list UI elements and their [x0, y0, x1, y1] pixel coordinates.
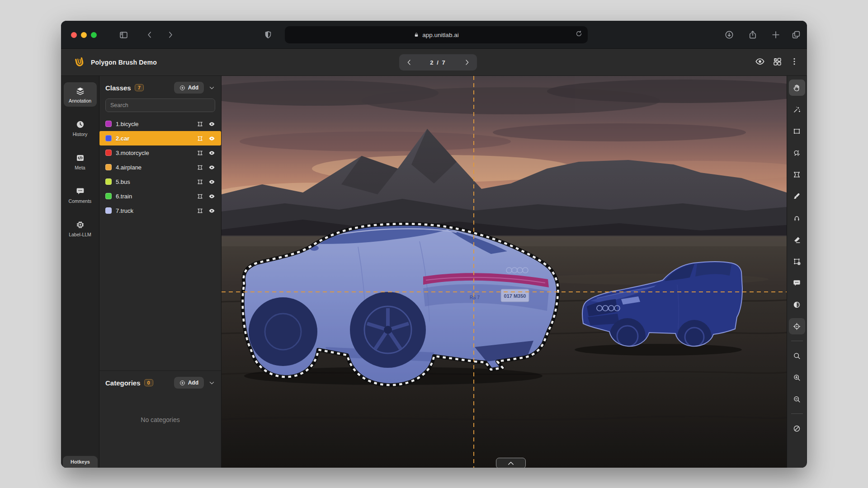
toolbar-divider [791, 413, 803, 414]
download-icon [724, 30, 734, 40]
polygon-icon[interactable] [197, 178, 203, 185]
polygon-icon[interactable] [197, 135, 203, 142]
bounding-box-icon [793, 127, 801, 136]
share-button[interactable] [747, 29, 758, 40]
tool-polygon-button[interactable] [789, 166, 805, 183]
collapse-categories-button[interactable] [208, 380, 215, 386]
tool-brush-button[interactable] [789, 188, 805, 204]
eye-icon[interactable] [208, 207, 215, 214]
sidebar-item-label: History [73, 131, 88, 137]
tool-zoom-in-button[interactable] [789, 369, 805, 385]
sidebar-item-label: Annotation [69, 98, 91, 103]
bottom-drawer-toggle-button[interactable] [496, 458, 526, 468]
class-row-bus[interactable]: 5.bus [99, 174, 221, 189]
add-category-button[interactable]: Add [174, 377, 204, 389]
pager-next-button[interactable] [463, 59, 471, 66]
brush-icon [793, 192, 801, 201]
close-window-button[interactable] [71, 32, 77, 38]
tool-crosshair-button[interactable] [789, 318, 805, 334]
shield-icon [264, 30, 273, 39]
eraser-icon [793, 235, 801, 244]
add-class-button[interactable]: Add [174, 82, 204, 94]
tab-overview-button[interactable] [791, 29, 802, 40]
polygon-icon[interactable] [197, 150, 203, 156]
sidebar-item-annotation[interactable]: Annotation [64, 82, 97, 107]
class-color-swatch [105, 164, 112, 170]
forward-button[interactable] [165, 29, 176, 40]
slash-circle-icon [793, 424, 801, 433]
toolbar-divider [791, 341, 803, 341]
polygon-icon[interactable] [197, 164, 203, 171]
class-row-airplane[interactable]: 4.airplane [99, 160, 221, 174]
tool-contrast-button[interactable] [789, 296, 805, 313]
annotation-canvas[interactable]: 017 M350 RS 7 [222, 76, 787, 468]
hand-icon [793, 84, 801, 92]
tool-pan-button[interactable] [789, 80, 805, 96]
zoom-window-button[interactable] [91, 32, 97, 38]
tool-edit-vertices-button[interactable] [789, 253, 805, 269]
edit-vertices-icon [793, 257, 801, 266]
tool-disable-button[interactable] [789, 420, 805, 436]
tool-rect-select-button[interactable] [789, 123, 805, 139]
polygon-icon[interactable] [197, 193, 203, 200]
reload-button[interactable] [575, 30, 583, 38]
downloads-button[interactable] [724, 29, 735, 40]
magnifier-icon [793, 352, 801, 360]
new-tab-button[interactable] [770, 29, 781, 40]
address-bar[interactable]: app.unitlab.ai [285, 26, 588, 43]
class-row-car-selected[interactable]: 2.car [99, 131, 221, 145]
eye-icon[interactable] [208, 178, 215, 185]
layout-grid-button[interactable] [773, 57, 782, 66]
plus-circle-icon [179, 85, 185, 91]
eye-icon[interactable] [208, 193, 215, 200]
class-row-bicycle[interactable]: 1.bicycle [99, 117, 221, 131]
sidebar-item-label-llm[interactable]: Label-LLM [64, 216, 97, 240]
sidebar-item-meta[interactable]: Meta [64, 149, 97, 174]
more-options-button[interactable] [790, 57, 799, 66]
left-sidebar: Annotation History Meta C [61, 76, 99, 468]
chevron-left-icon [145, 30, 154, 39]
app-header: Polygon Brush Demo 2 / 7 [61, 49, 807, 76]
minimize-window-button[interactable] [81, 32, 87, 38]
pager-prev-button[interactable] [406, 59, 413, 66]
eye-icon[interactable] [208, 164, 215, 171]
sidebar-item-comments[interactable]: Comments [64, 183, 97, 207]
tool-zoom-out-button[interactable] [789, 391, 805, 407]
tools-toolbar [787, 76, 807, 468]
eye-icon[interactable] [208, 135, 215, 142]
browser-window: app.unitlab.ai [61, 21, 807, 468]
class-row-train[interactable]: 6.train [99, 189, 221, 203]
sidebar-toggle-button[interactable] [118, 29, 129, 40]
magnet-icon [793, 214, 801, 222]
privacy-shield-button[interactable] [263, 29, 274, 40]
tool-magnet-button[interactable] [789, 210, 805, 226]
tool-smart-polygon-button[interactable] [789, 145, 805, 161]
sidebar-item-history[interactable]: History [64, 116, 97, 140]
visibility-toggle-button[interactable] [755, 56, 765, 66]
tool-eraser-button[interactable] [789, 231, 805, 248]
eye-icon[interactable] [208, 121, 215, 127]
clock-icon [75, 120, 85, 129]
lock-icon [414, 32, 419, 38]
project-title: Polygon Brush Demo [91, 59, 157, 66]
polygon-icon[interactable] [197, 207, 203, 214]
class-row-motorcycle[interactable]: 3.motorcycle [99, 145, 221, 160]
class-search-input[interactable] [105, 99, 215, 112]
polygon-icon[interactable] [197, 121, 203, 127]
tool-search-zoom-button[interactable] [789, 347, 805, 364]
no-categories-text: No categories [99, 416, 221, 423]
categories-panel: Categories 0 Add No cat [99, 371, 221, 423]
back-button[interactable] [144, 29, 155, 40]
class-row-truck[interactable]: 7.truck [99, 203, 221, 218]
tool-comment-button[interactable] [789, 275, 805, 291]
polygon-icon [793, 170, 801, 179]
eye-icon[interactable] [208, 150, 215, 156]
plus-circle-icon [179, 380, 185, 386]
layers-icon [75, 86, 85, 96]
kebab-menu-icon [790, 57, 799, 66]
tool-magic-wand-button[interactable] [789, 101, 805, 117]
collapse-classes-button[interactable] [208, 84, 215, 91]
eye-icon [755, 56, 765, 66]
hotkeys-button[interactable]: Hotkeys [63, 456, 98, 468]
comment-icon [793, 279, 801, 287]
